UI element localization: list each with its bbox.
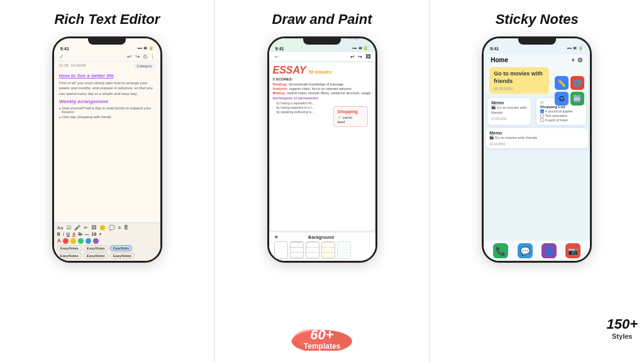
bottom-dock: 📞 💬 👤 📷 bbox=[484, 241, 590, 261]
home-widget-area: Home + ⚙ Go to movies with friends 20.10… bbox=[486, 54, 588, 94]
font-badge-2[interactable]: EasyNotes bbox=[84, 245, 108, 251]
home-settings-icon[interactable]: ⚙ bbox=[577, 57, 583, 63]
font-color-button[interactable]: A bbox=[72, 232, 75, 236]
dock-message-icon[interactable]: 💬 bbox=[518, 243, 533, 258]
styles-badge: 150+ Styles bbox=[606, 316, 638, 340]
sl-item-1: ✓ A pound of apples bbox=[540, 109, 583, 113]
editor-meta: 01.08, 10:20AM Category bbox=[54, 62, 160, 70]
app-icon-pencil[interactable]: ✏️ bbox=[555, 76, 569, 90]
color-purple[interactable] bbox=[93, 238, 99, 244]
sl-checkbox-1: ✓ bbox=[540, 109, 544, 113]
sl-item-text-3: A pack of toast bbox=[545, 118, 568, 122]
note-item-text-2: One day shopping with family bbox=[62, 115, 111, 119]
redo-draw-icon[interactable]: ↪ bbox=[358, 54, 362, 60]
font-size-increase[interactable]: + bbox=[99, 232, 101, 236]
home-label: Home bbox=[491, 57, 508, 63]
essay-label-reading: Reading: bbox=[273, 82, 288, 86]
font-badge-3[interactable]: EasyNotes bbox=[110, 245, 132, 251]
bold-button[interactable]: B bbox=[57, 232, 60, 236]
font-badge-1[interactable]: EasyNotes bbox=[57, 245, 82, 251]
essay-text-writing: central claim, smooth (flow), sentence s… bbox=[287, 91, 370, 95]
styles-number: 150+ bbox=[606, 316, 638, 332]
check-icon[interactable]: ✓ bbox=[59, 53, 64, 60]
bullet-icon-1: • bbox=[59, 106, 60, 111]
back-icon[interactable]: ← bbox=[274, 53, 280, 60]
format-row-2: B I U A Tr — 18 + bbox=[57, 232, 157, 236]
essay-title: ESSAY bbox=[273, 65, 306, 76]
essay-scores: 3 SCORES: bbox=[273, 77, 372, 81]
sl-item-3: A pack of toast bbox=[540, 118, 583, 122]
pen-icon[interactable]: ✏ bbox=[84, 225, 88, 231]
time-left: 9:41 bbox=[60, 47, 69, 51]
draw-content: ESSAY 50 minutes 3 SCORES: Reading: demo… bbox=[270, 62, 374, 231]
close-icon[interactable]: ✕ bbox=[274, 234, 279, 240]
bg-dotted[interactable] bbox=[337, 241, 351, 259]
essay-minutes: 50 minutes bbox=[309, 70, 332, 74]
dock-phone-icon[interactable]: 📞 bbox=[493, 243, 508, 258]
image-icon[interactable]: 🖼 bbox=[91, 225, 96, 231]
dock-contact-icon[interactable]: 👤 bbox=[541, 243, 557, 258]
signal-right: ▪▪▪ ≋ 🔋 bbox=[567, 46, 584, 51]
font-badge-5[interactable]: EasyNotes bbox=[84, 253, 108, 259]
font-badge-4[interactable]: EasyNotes bbox=[57, 253, 82, 259]
more-icon[interactable]: ⋮ bbox=[150, 53, 155, 60]
checkbox-icon[interactable]: ☑ bbox=[67, 225, 71, 231]
ordered-list-icon[interactable]: ≣ bbox=[124, 225, 128, 231]
sticky-date: 20.10.2020 bbox=[494, 87, 545, 90]
font-badge-row-2: EasyNotes EasyNotes EasyNotes bbox=[57, 253, 157, 259]
memo1-title: Memo bbox=[491, 101, 526, 105]
color-blue[interactable] bbox=[86, 238, 91, 244]
bg-lines[interactable] bbox=[290, 241, 304, 259]
essay-line-2: Analysis: support claim, focus on releva… bbox=[273, 87, 372, 90]
color-red[interactable] bbox=[63, 238, 69, 244]
bg-blank[interactable] bbox=[274, 241, 288, 259]
font-style-row: EasyNotes EasyNotes EasyNotes bbox=[57, 245, 157, 251]
sl-item-text-2: Two avocados bbox=[545, 114, 567, 118]
app-icon-google[interactable]: G bbox=[555, 92, 569, 106]
left-panel: Rich Text Editor 9:41 ▪▪▪ ≋ 🔋 ✓ ↩ ↪ ⎙ ⋮ … bbox=[0, 0, 215, 362]
memo1-text: 🎬 Go to movies with friends bbox=[491, 106, 526, 116]
memo1-date: 27.09.2021 bbox=[491, 117, 526, 121]
home-add-icon[interactable]: + bbox=[571, 57, 575, 63]
format-row-1: Aa ☑ 🎤 ✏ 🖼 🙂 💬 ≡ ≣ bbox=[57, 225, 157, 231]
app-icon-chrome[interactable]: 🌐 bbox=[570, 76, 584, 90]
memo2-text: 🎬 Go to movies with friends bbox=[489, 136, 584, 141]
app-icon-grid: ✏️ 🌐 G 🔤 bbox=[555, 76, 584, 106]
image-add-icon[interactable]: 🖼 bbox=[365, 54, 370, 60]
app-icon-translate[interactable]: 🔤 bbox=[570, 92, 584, 106]
shopping-item-text-2: beef bbox=[338, 120, 345, 124]
right-panel: Sticky Notes 9:41 ▪▪▪ ≋ 🔋 Home + ⚙ G bbox=[430, 0, 644, 362]
list-icon[interactable]: ≡ bbox=[118, 225, 121, 231]
emoji-icon[interactable]: 🙂 bbox=[99, 225, 106, 231]
essay-label-writing: Writing: bbox=[273, 91, 286, 95]
mic-icon[interactable]: 🎤 bbox=[74, 225, 80, 231]
dock-camera-icon[interactable]: 📷 bbox=[565, 243, 580, 258]
strikethrough-button[interactable]: Tr bbox=[78, 232, 82, 236]
sl-checkbox-3 bbox=[540, 118, 544, 122]
background-options bbox=[274, 241, 370, 259]
time-center: 9:41 bbox=[275, 47, 284, 51]
sticker-icon[interactable]: 💬 bbox=[109, 225, 115, 231]
undo-redo-group: ↩ ↪ ⎙ ⋮ bbox=[127, 53, 155, 60]
undo-icon[interactable]: ↩ bbox=[127, 53, 132, 60]
phone-notch-left bbox=[88, 38, 126, 45]
font-size-icon[interactable]: Aa bbox=[57, 225, 64, 231]
bg-grid[interactable] bbox=[306, 241, 319, 259]
color-green[interactable] bbox=[78, 238, 84, 244]
category-badge[interactable]: Category bbox=[133, 63, 155, 69]
memo2-date: 20.10.2020 bbox=[489, 142, 584, 146]
templates-text-group: 60+ Templates bbox=[304, 328, 340, 351]
center-panel: Draw and Paint 9:41 ▪▪▪ ≋ 🔋 ← ↩ ↪ 🖼 ESSA… bbox=[215, 0, 430, 362]
undo-draw-icon[interactable]: ↩ bbox=[350, 54, 355, 60]
bullet-icon-2: • bbox=[59, 115, 60, 119]
color-yellow[interactable] bbox=[70, 238, 76, 244]
italic-button[interactable]: I bbox=[63, 232, 64, 236]
underline-button[interactable]: U bbox=[67, 232, 70, 236]
redo-icon[interactable]: ↪ bbox=[135, 53, 140, 60]
left-panel-title: Rich Text Editor bbox=[54, 11, 160, 28]
share-icon[interactable]: ⎙ bbox=[143, 53, 147, 60]
phone-notch-center bbox=[303, 38, 341, 45]
bg-yellow-lines[interactable] bbox=[321, 241, 335, 259]
checkmark-icon-1: ✓ bbox=[338, 115, 341, 120]
font-badge-6[interactable]: EasyNotes bbox=[110, 253, 135, 259]
